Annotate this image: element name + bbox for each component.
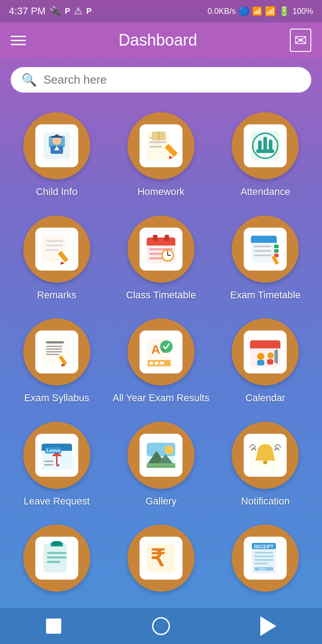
exam-syllabus-label: Exam Syllabus: [24, 392, 89, 405]
svg-rect-17: [258, 140, 262, 150]
homework-icon: [140, 124, 182, 167]
grid-item-child-info[interactable]: Child Info: [4, 106, 109, 205]
svg-rect-24: [46, 249, 59, 251]
exam-syllabus-icon-circle: [23, 318, 90, 386]
svg-rect-43: [274, 245, 279, 248]
svg-rect-51: [46, 346, 62, 347]
exam-results-svg: A+: [143, 334, 179, 370]
svg-rect-87: [147, 466, 175, 468]
grid-item-leave-request[interactable]: Leave Leave Request: [4, 415, 109, 514]
homework-svg: [143, 128, 179, 164]
grid-item-calendar[interactable]: Calendar: [213, 312, 318, 411]
network-speed: 0.0KB/s: [208, 7, 236, 16]
homework-icon-circle: [127, 112, 195, 179]
search-bar: 🔍: [11, 67, 311, 93]
triangle-icon: [260, 616, 276, 636]
svg-point-83: [165, 445, 174, 454]
notification-icon: [244, 434, 287, 477]
svg-point-69: [267, 352, 274, 359]
leave-request-label: Leave Request: [24, 495, 90, 508]
attendance-label: Attendance: [241, 186, 290, 199]
exam-results-icon-circle: A+: [127, 318, 195, 386]
circle-icon: [152, 617, 170, 635]
leave-request-svg: Leave: [39, 437, 75, 473]
svg-rect-66: [250, 345, 280, 348]
report-icon-circle: [23, 525, 90, 592]
svg-rect-41: [251, 240, 277, 243]
calendar-label: Calendar: [246, 392, 285, 405]
report-svg: [39, 540, 75, 576]
grid-item-remarks[interactable]: Remarks: [4, 209, 109, 308]
svg-rect-54: [46, 354, 59, 355]
nav-home-button[interactable]: [150, 615, 172, 637]
exam-results-icon: A+: [140, 330, 182, 373]
svg-rect-95: [47, 561, 60, 563]
usb-icon: 🔌: [49, 5, 61, 17]
receipt-icon: RECEIPT 70%: [244, 537, 287, 580]
child-info-svg: [39, 128, 75, 164]
grid-item-exam-timetable[interactable]: Exam Timetable: [213, 209, 318, 308]
nav-square-button[interactable]: [42, 615, 65, 637]
attendance-svg: [247, 128, 283, 164]
class-timetable-icon: [140, 228, 182, 271]
nav-back-button[interactable]: [257, 615, 280, 637]
grid-item-notification[interactable]: Notification: [213, 415, 318, 514]
fee-svg: ₹: [143, 540, 179, 576]
grid-item-report[interactable]: [4, 518, 109, 604]
grid-item-gallery[interactable]: Gallery: [109, 415, 213, 514]
exam-results-label: All Year Exam Results: [113, 392, 209, 405]
svg-rect-103: [254, 555, 273, 557]
svg-rect-63: [160, 362, 164, 364]
wifi-icon: 📶: [265, 6, 276, 17]
receipt-icon-circle: RECEIPT 70%: [232, 525, 299, 592]
app-bar: Dashboard ✉: [0, 22, 322, 58]
exam-syllabus-icon: [35, 330, 78, 373]
homework-label: Homework: [137, 186, 184, 199]
svg-rect-89: [263, 461, 267, 464]
exam-syllabus-svg: [39, 334, 75, 370]
attendance-icon-circle: [232, 112, 299, 179]
svg-rect-62: [155, 362, 158, 364]
svg-rect-20: [256, 149, 274, 153]
class-timetable-svg: [143, 231, 179, 267]
grid-item-exam-syllabus[interactable]: Exam Syllabus: [4, 312, 109, 411]
mail-button[interactable]: ✉: [290, 29, 311, 52]
exam-timetable-svg: [247, 231, 283, 267]
svg-text:₹: ₹: [150, 545, 165, 571]
svg-text:70%: 70%: [258, 567, 266, 572]
svg-text:Leave: Leave: [47, 448, 60, 453]
svg-rect-44: [254, 250, 271, 252]
dashboard-grid: Child Info Homework: [0, 97, 322, 609]
svg-rect-30: [153, 235, 157, 241]
remarks-svg: [39, 231, 75, 267]
svg-point-67: [257, 353, 264, 360]
svg-rect-31: [165, 235, 169, 241]
p-icon1: P: [65, 7, 70, 16]
bottom-nav: [0, 608, 322, 644]
calendar-svg: [247, 334, 283, 370]
grid-item-homework[interactable]: Homework: [109, 106, 213, 205]
child-info-icon: [35, 124, 78, 167]
grid-item-receipt[interactable]: RECEIPT 70%: [213, 518, 318, 604]
grid-item-attendance[interactable]: Attendance: [213, 106, 318, 205]
svg-rect-10: [149, 146, 162, 148]
svg-rect-96: [52, 541, 61, 546]
svg-rect-92: [43, 547, 67, 572]
svg-rect-53: [46, 351, 62, 352]
svg-rect-105: [254, 563, 268, 564]
child-info-label: Child Info: [36, 186, 77, 199]
leave-request-icon: Leave: [35, 434, 78, 477]
search-input[interactable]: [43, 73, 301, 87]
svg-rect-42: [254, 246, 271, 247]
notification-label: Notification: [241, 495, 290, 508]
exam-timetable-label: Exam Timetable: [230, 289, 301, 302]
leave-request-icon-circle: Leave: [23, 422, 90, 489]
menu-button[interactable]: [11, 36, 26, 45]
fee-icon-circle: ₹: [127, 525, 195, 592]
grid-item-fee[interactable]: ₹: [109, 518, 213, 604]
grid-item-exam-results[interactable]: A+ All Year Exam Results: [109, 312, 213, 411]
grid-item-class-timetable[interactable]: Class Timetable: [109, 209, 213, 308]
square-icon: [46, 619, 61, 634]
svg-rect-93: [47, 552, 67, 554]
exam-timetable-icon: [244, 228, 287, 271]
